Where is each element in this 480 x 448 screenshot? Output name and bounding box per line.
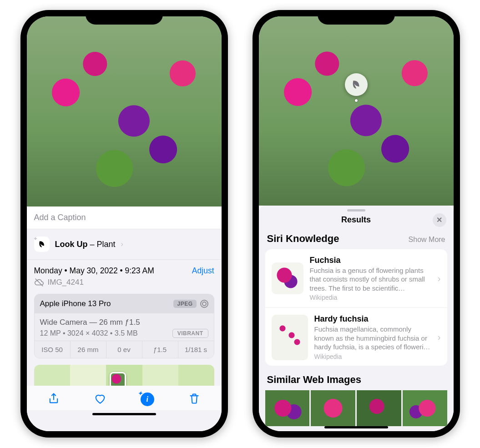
result-title: Hardy fuchsia [314, 314, 431, 324]
sparkle-icon: ✦ [138, 390, 142, 397]
stat-aperture: ƒ1.5 [142, 341, 178, 358]
close-icon[interactable]: ✕ [433, 213, 446, 227]
leaf-icon [350, 79, 362, 91]
phone-right: Results ✕ Siri Knowledge Show More Fuchs… [253, 10, 460, 438]
style-badge: VIBRANT [172, 329, 208, 338]
result-thumbnail [272, 262, 303, 294]
bottom-toolbar: ✦i [27, 386, 222, 410]
siri-knowledge-heading: Siri Knowledge [267, 233, 339, 245]
web-thumb[interactable] [357, 390, 401, 426]
lens-info: Wide Camera — 26 mm ƒ1.5 [40, 318, 208, 327]
camera-card: Apple iPhone 13 Pro JPEG Wide Camera — 2… [34, 294, 214, 358]
date-row: Monday • May 30, 2022 • 9:23 AM Adjust [27, 260, 222, 277]
lookup-dot [355, 99, 358, 102]
results-panel: Results ✕ Siri Knowledge Show More Fuchs… [259, 206, 454, 431]
home-indicator[interactable] [324, 426, 388, 428]
live-photo-icon [200, 300, 208, 308]
phone-left: Add a Caption ✦ Look Up – Plant › Monday… [20, 10, 228, 438]
stat-iso: ISO 50 [35, 341, 71, 358]
lookup-row[interactable]: ✦ Look Up – Plant › [27, 229, 222, 260]
cloud-off-icon [34, 277, 44, 287]
device-name: Apple iPhone 13 Pro [40, 299, 111, 308]
photo-preview[interactable] [259, 16, 454, 206]
lookup-label: Look Up – Plant [55, 240, 116, 249]
info-icon[interactable]: ✦i [141, 393, 154, 406]
photo-preview[interactable] [27, 16, 222, 206]
sparkle-icon: ✦ [33, 236, 38, 242]
map-photo-pin[interactable] [110, 372, 126, 386]
filename-row: IMG_4241 [27, 277, 222, 294]
map-preview[interactable] [34, 365, 214, 386]
date-text: Monday • May 30, 2022 • 9:23 AM [34, 266, 154, 276]
home-indicator[interactable] [92, 413, 156, 415]
screen-right: Results ✕ Siri Knowledge Show More Fuchs… [259, 16, 454, 431]
result-title: Fuchsia [310, 256, 431, 265]
result-description: Fuchsia is a genus of flowering plants t… [310, 266, 431, 293]
show-more-button[interactable]: Show More [409, 236, 445, 244]
result-source: Wikipedia [310, 294, 431, 301]
web-thumb[interactable] [403, 390, 447, 426]
result-description: Fuchsia magellanica, commonly known as t… [314, 325, 431, 352]
result-thumbnail [272, 315, 308, 360]
stat-shutter: 1/181 s [178, 341, 214, 358]
siri-results-card: Fuchsia Fuchsia is a genus of flowering … [265, 249, 447, 366]
format-badge: JPEG [173, 300, 196, 308]
similar-web-heading: Similar Web Images [267, 374, 361, 386]
visual-lookup-badge[interactable] [345, 73, 368, 96]
sheet-grabber[interactable] [347, 209, 365, 211]
result-row[interactable]: Fuchsia Fuchsia is a genus of flowering … [265, 249, 447, 308]
camera-stats: ISO 50 26 mm 0 ev ƒ1.5 1/181 s [35, 341, 214, 358]
trash-icon[interactable] [188, 392, 201, 407]
adjust-button[interactable]: Adjust [192, 266, 214, 276]
stat-ev: 0 ev [106, 341, 142, 358]
result-row[interactable]: Hardy fuchsia Fuchsia magellanica, commo… [265, 308, 447, 365]
screen-left: Add a Caption ✦ Look Up – Plant › Monday… [27, 16, 222, 431]
leaf-icon: ✦ [34, 237, 50, 252]
chevron-right-icon: › [438, 273, 441, 284]
favorite-icon[interactable] [94, 392, 106, 407]
stat-focal: 26 mm [71, 341, 106, 358]
filename: IMG_4241 [48, 278, 84, 287]
chevron-right-icon: › [121, 240, 123, 248]
specs-info: 12 MP • 3024 × 4032 • 3.5 MB [40, 329, 138, 337]
result-source: Wikipedia [314, 353, 431, 360]
web-images-strip[interactable] [259, 390, 454, 426]
chevron-right-icon: › [438, 332, 441, 342]
web-thumb[interactable] [265, 390, 310, 426]
results-title: Results [341, 215, 371, 225]
web-thumb[interactable] [311, 390, 355, 426]
share-icon[interactable] [47, 392, 60, 407]
caption-field[interactable]: Add a Caption [27, 206, 222, 229]
photo-info-panel: Add a Caption ✦ Look Up – Plant › Monday… [27, 206, 222, 431]
